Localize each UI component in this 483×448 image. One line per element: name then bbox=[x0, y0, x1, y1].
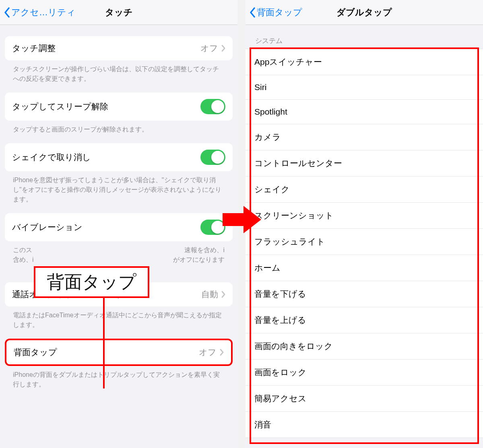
chevron-left-icon bbox=[4, 7, 10, 18]
list-item[interactable]: コントロールセンター bbox=[246, 150, 483, 177]
cell-label: タッチ調整 bbox=[12, 43, 56, 54]
list-item[interactable]: 消音 bbox=[246, 412, 483, 438]
annotation-connector bbox=[103, 297, 105, 388]
list-item[interactable]: 音量を上げる bbox=[246, 307, 483, 333]
cell-value: オフ bbox=[199, 347, 217, 358]
svg-marker-0 bbox=[223, 206, 261, 233]
list-item[interactable]: Spotlight bbox=[246, 100, 483, 124]
caption-tap-to-wake: タップすると画面のスリープが解除されます。 bbox=[5, 121, 233, 134]
chevron-right-icon bbox=[221, 291, 225, 298]
caption-call-audio: 電話またはFaceTimeオーディオ通話中にどこから音声が聞こえるか指定します。 bbox=[5, 306, 233, 330]
page-title: ダブルタップ bbox=[336, 6, 392, 18]
group-back-tap: 背面タップ オフ iPhoneの背面をダブルまたはトリプルタップしてアクションを… bbox=[5, 339, 233, 389]
row-touch-accommodations[interactable]: タッチ調整 オフ bbox=[5, 36, 233, 60]
caption-back-tap: iPhoneの背面をダブルまたはトリプルタップしてアクションを素早く実行します。 bbox=[5, 366, 233, 389]
row-shake-undo[interactable]: シェイクで取り消し bbox=[5, 143, 233, 171]
cell-value: 自動 bbox=[201, 289, 218, 300]
cell-label: シェイクで取り消し bbox=[12, 152, 91, 163]
section-header: システム bbox=[246, 25, 483, 49]
list-item[interactable]: シェイク bbox=[246, 177, 483, 203]
cell-label: 背面タップ bbox=[14, 347, 57, 358]
list-item[interactable]: スクリーンショット bbox=[246, 203, 483, 229]
annotation-callout: 背面タップ bbox=[34, 266, 149, 298]
list-item[interactable]: カメラ bbox=[246, 124, 483, 150]
right-screen: 背面タップ ダブルタップ システム AppスイッチャーSiriSpotlight… bbox=[246, 0, 483, 448]
toggle-vibration[interactable] bbox=[200, 220, 225, 235]
cell-label: タップしてスリープ解除 bbox=[12, 101, 108, 112]
cell-label: バイブレーション bbox=[12, 222, 83, 233]
action-list: AppスイッチャーSiriSpotlightカメラコントロールセンターシェイクス… bbox=[246, 49, 483, 438]
chevron-left-icon bbox=[250, 7, 256, 18]
back-label: 背面タップ bbox=[257, 6, 302, 18]
nav-header: 背面タップ ダブルタップ bbox=[246, 0, 483, 25]
group-vibration: バイブレーション このス 速報を含め、i 含め、i がオフになります bbox=[5, 213, 233, 273]
toggle-shake-undo[interactable] bbox=[200, 150, 225, 165]
left-screen: アクセ…リティ タッチ タッチ調整 オフ タッチスクリーンが操作しづらい場合は、… bbox=[0, 0, 237, 448]
toggle-tap-to-wake[interactable] bbox=[200, 99, 225, 114]
group-shake-undo: シェイクで取り消し iPhoneを意図せず振ってしまうことが多い場合は、"シェイ… bbox=[5, 143, 233, 204]
list-item[interactable]: 簡易アクセス bbox=[246, 386, 483, 412]
page-title: タッチ bbox=[105, 6, 133, 18]
chevron-right-icon bbox=[220, 349, 224, 356]
list-item[interactable]: 音量を下げる bbox=[246, 281, 483, 307]
row-back-tap[interactable]: 背面タップ オフ bbox=[5, 339, 233, 366]
group-tap-to-wake: タップしてスリープ解除 タップすると画面のスリープが解除されます。 bbox=[5, 92, 233, 134]
row-vibration[interactable]: バイブレーション bbox=[5, 213, 233, 241]
list-item[interactable]: 画面をロック bbox=[246, 360, 483, 386]
caption-shake-undo: iPhoneを意図せず振ってしまうことが多い場合は、"シェイクで取り消し"をオフ… bbox=[5, 171, 233, 204]
cell-value: オフ bbox=[200, 43, 218, 54]
list-item[interactable]: Appスイッチャー bbox=[246, 49, 483, 75]
back-button[interactable]: アクセ…リティ bbox=[4, 6, 76, 18]
chevron-right-icon bbox=[221, 45, 225, 52]
row-tap-to-wake[interactable]: タップしてスリープ解除 bbox=[5, 92, 233, 121]
caption-touch-accommodations: タッチスクリーンが操作しづらい場合は、以下の設定を調整してタッチへの反応を変更で… bbox=[5, 60, 233, 84]
list-item[interactable]: 画面の向きをロック bbox=[246, 333, 483, 360]
arrow-icon bbox=[223, 205, 261, 234]
group-touch-accommodations: タッチ調整 オフ タッチスクリーンが操作しづらい場合は、以下の設定を調整してタッ… bbox=[5, 36, 233, 84]
back-label: アクセ…リティ bbox=[11, 6, 76, 18]
list-item[interactable]: フラッシュライト bbox=[246, 229, 483, 255]
back-button[interactable]: 背面タップ bbox=[250, 6, 302, 18]
nav-header: アクセ…リティ タッチ bbox=[0, 0, 237, 25]
list-item[interactable]: Siri bbox=[246, 75, 483, 100]
list-item[interactable]: ホーム bbox=[246, 255, 483, 281]
